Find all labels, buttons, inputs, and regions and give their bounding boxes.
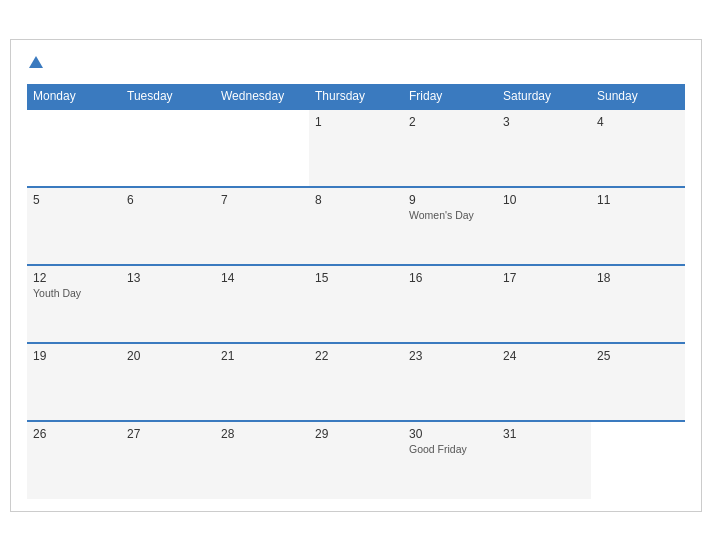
day-number: 1 xyxy=(315,115,397,129)
day-number: 31 xyxy=(503,427,585,441)
calendar-day-cell xyxy=(121,109,215,187)
calendar-table: MondayTuesdayWednesdayThursdayFridaySatu… xyxy=(27,84,685,499)
day-number: 25 xyxy=(597,349,679,363)
day-number: 30 xyxy=(409,427,491,441)
day-number: 5 xyxy=(33,193,115,207)
day-number: 28 xyxy=(221,427,303,441)
day-number: 16 xyxy=(409,271,491,285)
logo xyxy=(27,56,43,70)
calendar-day-cell: 29 xyxy=(309,421,403,499)
calendar-day-cell: 4 xyxy=(591,109,685,187)
calendar-week-row: 12Youth Day131415161718 xyxy=(27,265,685,343)
calendar-day-cell: 16 xyxy=(403,265,497,343)
calendar-day-cell: 12Youth Day xyxy=(27,265,121,343)
weekday-header-saturday: Saturday xyxy=(497,84,591,109)
day-number: 17 xyxy=(503,271,585,285)
weekday-header-row: MondayTuesdayWednesdayThursdayFridaySatu… xyxy=(27,84,685,109)
calendar-week-row: 19202122232425 xyxy=(27,343,685,421)
calendar-day-cell: 3 xyxy=(497,109,591,187)
calendar-day-cell: 31 xyxy=(497,421,591,499)
day-number: 4 xyxy=(597,115,679,129)
day-number: 9 xyxy=(409,193,491,207)
weekday-header-friday: Friday xyxy=(403,84,497,109)
day-number: 19 xyxy=(33,349,115,363)
weekday-header-sunday: Sunday xyxy=(591,84,685,109)
calendar-day-cell: 6 xyxy=(121,187,215,265)
logo-triangle-icon xyxy=(29,56,43,68)
calendar-container: MondayTuesdayWednesdayThursdayFridaySatu… xyxy=(10,39,702,512)
holiday-label: Women's Day xyxy=(409,209,491,221)
calendar-day-cell: 13 xyxy=(121,265,215,343)
calendar-day-cell: 27 xyxy=(121,421,215,499)
day-number: 23 xyxy=(409,349,491,363)
calendar-header xyxy=(27,56,685,70)
day-number: 12 xyxy=(33,271,115,285)
day-number: 7 xyxy=(221,193,303,207)
calendar-day-cell xyxy=(591,421,685,499)
calendar-day-cell: 18 xyxy=(591,265,685,343)
day-number: 14 xyxy=(221,271,303,285)
weekday-header-monday: Monday xyxy=(27,84,121,109)
calendar-day-cell: 20 xyxy=(121,343,215,421)
calendar-day-cell: 19 xyxy=(27,343,121,421)
weekday-header-tuesday: Tuesday xyxy=(121,84,215,109)
weekday-header-thursday: Thursday xyxy=(309,84,403,109)
day-number: 15 xyxy=(315,271,397,285)
day-number: 29 xyxy=(315,427,397,441)
calendar-day-cell: 11 xyxy=(591,187,685,265)
calendar-day-cell: 9Women's Day xyxy=(403,187,497,265)
day-number: 2 xyxy=(409,115,491,129)
calendar-week-row: 56789Women's Day1011 xyxy=(27,187,685,265)
calendar-day-cell: 10 xyxy=(497,187,591,265)
day-number: 6 xyxy=(127,193,209,207)
calendar-week-row: 1234 xyxy=(27,109,685,187)
calendar-day-cell: 7 xyxy=(215,187,309,265)
calendar-day-cell: 17 xyxy=(497,265,591,343)
day-number: 3 xyxy=(503,115,585,129)
calendar-day-cell: 26 xyxy=(27,421,121,499)
calendar-day-cell: 14 xyxy=(215,265,309,343)
day-number: 20 xyxy=(127,349,209,363)
holiday-label: Good Friday xyxy=(409,443,491,455)
calendar-day-cell: 15 xyxy=(309,265,403,343)
day-number: 26 xyxy=(33,427,115,441)
day-number: 11 xyxy=(597,193,679,207)
day-number: 8 xyxy=(315,193,397,207)
holiday-label: Youth Day xyxy=(33,287,115,299)
calendar-day-cell: 23 xyxy=(403,343,497,421)
day-number: 21 xyxy=(221,349,303,363)
calendar-day-cell: 22 xyxy=(309,343,403,421)
day-number: 13 xyxy=(127,271,209,285)
calendar-week-row: 2627282930Good Friday31 xyxy=(27,421,685,499)
calendar-day-cell: 5 xyxy=(27,187,121,265)
calendar-day-cell: 24 xyxy=(497,343,591,421)
calendar-day-cell xyxy=(215,109,309,187)
day-number: 24 xyxy=(503,349,585,363)
day-number: 18 xyxy=(597,271,679,285)
calendar-day-cell: 1 xyxy=(309,109,403,187)
calendar-day-cell: 25 xyxy=(591,343,685,421)
day-number: 22 xyxy=(315,349,397,363)
calendar-day-cell: 2 xyxy=(403,109,497,187)
day-number: 10 xyxy=(503,193,585,207)
calendar-day-cell: 21 xyxy=(215,343,309,421)
calendar-day-cell: 30Good Friday xyxy=(403,421,497,499)
calendar-day-cell: 28 xyxy=(215,421,309,499)
calendar-day-cell xyxy=(27,109,121,187)
calendar-day-cell: 8 xyxy=(309,187,403,265)
day-number: 27 xyxy=(127,427,209,441)
weekday-header-wednesday: Wednesday xyxy=(215,84,309,109)
